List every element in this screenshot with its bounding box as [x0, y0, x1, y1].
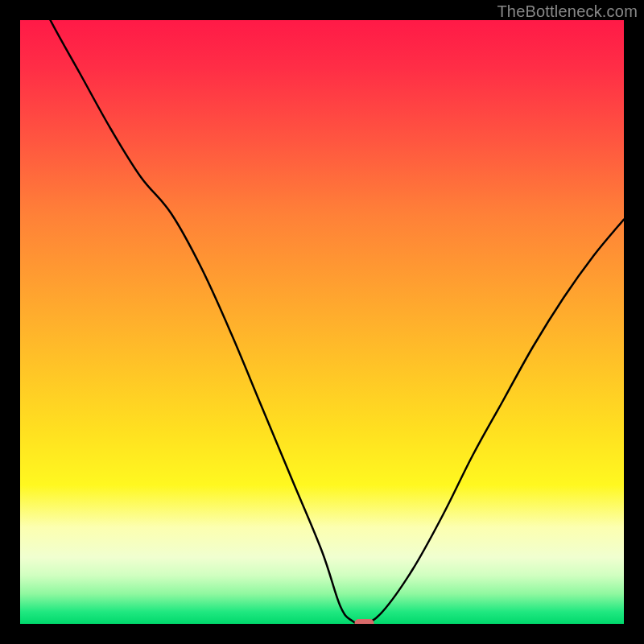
bottleneck-curve [20, 20, 624, 624]
bottleneck-marker [355, 619, 374, 624]
watermark-text: TheBottleneck.com [497, 2, 638, 21]
chart-frame: TheBottleneck.com [0, 0, 644, 644]
plot-area [20, 20, 624, 624]
